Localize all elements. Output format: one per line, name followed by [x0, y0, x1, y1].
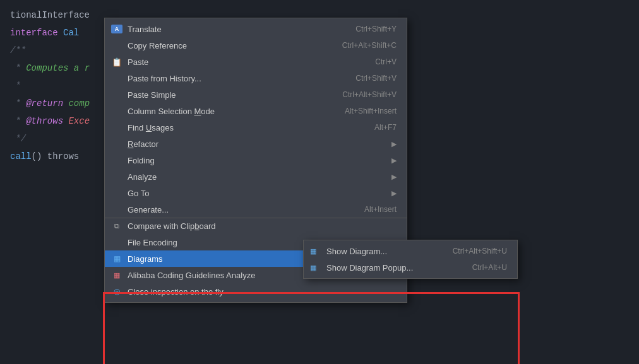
menu-item-generate-label: Generate... — [128, 205, 352, 214]
submenu-show-diagram-shortcut: Ctrl+Alt+Shift+U — [453, 247, 507, 255]
menu-item-paste-simple[interactable]: Paste Simple Ctrl+Alt+Shift+V — [105, 86, 407, 103]
menu-item-translate[interactable]: A Translate Ctrl+Shift+Y — [105, 21, 407, 37]
menu-item-paste-simple-label: Paste Simple — [128, 90, 330, 100]
menu-item-compare-clipboard-label: Compare with Clipboard — [128, 221, 397, 231]
show-diagram-popup-icon: ▦ — [310, 264, 316, 272]
menu-item-find-usages-shortcut: Alt+F7 — [374, 123, 397, 132]
find-usages-icon — [111, 122, 122, 133]
generate-icon — [111, 204, 122, 215]
menu-item-translate-shortcut: Ctrl+Shift+Y — [355, 25, 397, 33]
paste-history-icon — [111, 73, 122, 84]
menu-item-analyze[interactable]: Analyze ▶ — [105, 168, 407, 185]
menu-item-copy-reference-label: Copy Reference — [128, 41, 330, 50]
translate-icon: A — [111, 23, 122, 35]
copy-ref-icon — [111, 40, 122, 51]
alibaba-icon: ▦ — [111, 269, 122, 281]
menu-item-paste-history-label: Paste from History... — [128, 74, 343, 83]
menu-item-refactor-label: Refactor — [128, 139, 386, 149]
menu-item-find-usages[interactable]: Find Usages Alt+F7 — [105, 119, 407, 136]
submenu-show-diagram-label: Show Diagram... — [326, 247, 446, 256]
menu-item-copy-reference-shortcut: Ctrl+Alt+Shift+C — [342, 41, 397, 50]
menu-item-translate-label: Translate — [128, 25, 343, 34]
submenu-show-diagram-popup-shortcut: Ctrl+Alt+U — [472, 263, 507, 272]
folding-icon — [111, 155, 122, 166]
refactor-arrow: ▶ — [391, 140, 397, 148]
folding-arrow: ▶ — [391, 156, 397, 165]
file-encoding-icon — [111, 237, 122, 248]
diagrams-submenu: ▦ Show Diagram... Ctrl+Alt+Shift+U ▦ Sho… — [303, 240, 518, 279]
menu-item-generate[interactable]: Generate... Alt+Insert — [105, 201, 407, 218]
show-diagram-icon: ▦ — [310, 247, 316, 255]
paste-simple-icon — [111, 89, 122, 100]
menu-item-close-inspection[interactable]: ◎ Close inspection on the fly — [105, 283, 407, 300]
menu-item-paste-label: Paste — [128, 57, 362, 67]
menu-item-paste[interactable]: 📋 Paste Ctrl+V — [105, 54, 407, 70]
menu-item-paste-shortcut: Ctrl+V — [375, 57, 397, 66]
compare-clipboard-icon: ⧉ — [111, 221, 122, 232]
menu-item-go-to-label: Go To — [128, 189, 386, 198]
menu-item-copy-reference[interactable]: Copy Reference Ctrl+Alt+Shift+C — [105, 37, 407, 54]
submenu-show-diagram-popup-label: Show Diagram Popup... — [326, 263, 466, 273]
menu-item-column-selection-shortcut: Alt+Shift+Insert — [345, 107, 397, 115]
menu-item-refactor[interactable]: Refactor ▶ — [105, 136, 407, 152]
menu-item-folding[interactable]: Folding ▶ — [105, 152, 407, 168]
refactor-icon — [111, 138, 122, 150]
menu-item-folding-label: Folding — [128, 156, 386, 165]
menu-item-analyze-label: Analyze — [128, 172, 386, 182]
inspect-icon: ◎ — [111, 286, 122, 297]
menu-item-alibaba-label: Alibaba Coding Guidelines Analyze — [128, 271, 331, 280]
paste-icon: 📋 — [111, 56, 122, 68]
menu-item-paste-simple-shortcut: Ctrl+Alt+Shift+V — [342, 90, 397, 99]
menu-item-go-to[interactable]: Go To ▶ — [105, 185, 407, 201]
analyze-icon — [111, 171, 122, 182]
menu-item-column-selection-label: Column Selection Mode — [128, 107, 332, 116]
diagrams-icon: ▦ — [111, 253, 122, 264]
menu-item-compare-clipboard[interactable]: ⧉ Compare with Clipboard — [105, 218, 407, 234]
menu-item-paste-history[interactable]: Paste from History... Ctrl+Shift+V — [105, 70, 407, 86]
menu-item-generate-shortcut: Alt+Insert — [364, 205, 397, 214]
analyze-arrow: ▶ — [391, 173, 397, 181]
submenu-item-show-diagram-popup[interactable]: ▦ Show Diagram Popup... Ctrl+Alt+U — [304, 259, 517, 276]
menu-item-find-usages-label: Find Usages — [128, 123, 362, 132]
go-to-icon — [111, 187, 122, 199]
menu-item-close-inspection-label: Close inspection on the fly — [128, 287, 397, 296]
submenu-item-show-diagram[interactable]: ▦ Show Diagram... Ctrl+Alt+Shift+U — [304, 243, 517, 259]
menu-item-paste-history-shortcut: Ctrl+Shift+V — [355, 74, 397, 83]
go-to-arrow: ▶ — [391, 189, 397, 197]
menu-item-column-selection[interactable]: Column Selection Mode Alt+Shift+Insert — [105, 103, 407, 119]
column-selection-icon — [111, 105, 122, 117]
